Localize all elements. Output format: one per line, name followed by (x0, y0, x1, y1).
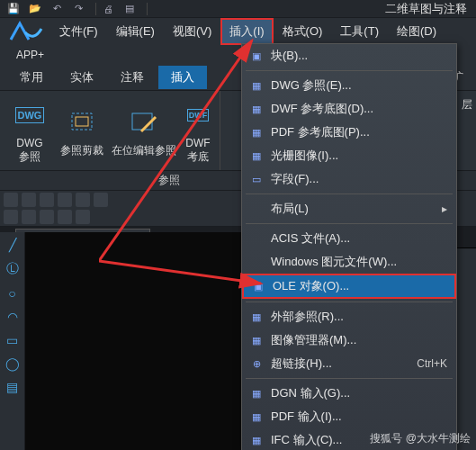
toolbar-icon[interactable] (40, 210, 54, 224)
app-logo-icon (0, 18, 50, 45)
menu-tools[interactable]: 工具(T) (331, 18, 388, 45)
xref-icon: ▦ (247, 309, 265, 325)
submenu-arrow-icon: ▸ (442, 202, 447, 215)
ribbon-btn-dwg-ref-label: DWG (16, 137, 42, 149)
qat-open-icon[interactable]: 📂 (27, 1, 43, 17)
annotation-arrow-icon (99, 36, 279, 297)
qat-save-icon[interactable]: 💾 (5, 1, 22, 17)
hyperlink-icon: ⊕ (247, 356, 265, 372)
ifc-icon: ▦ (247, 432, 265, 448)
img-mgr-icon: ▦ (247, 332, 265, 348)
circle-tool-icon[interactable]: ○ (8, 286, 15, 301)
draw-tool-sidebar: ╱ Ⓛ ○ ◠ ▭ ◯ ▤ (0, 232, 25, 450)
toolbar-icon[interactable] (58, 193, 72, 207)
polyline-tool-icon[interactable]: Ⓛ (6, 261, 19, 277)
quick-access-toolbar: 💾 📂 ↶ ↷ 🖨 ▤ 二维草图与注释 (0, 0, 476, 18)
menu-item-pdf-import[interactable]: ▦PDF 输入(I)... (242, 405, 456, 428)
toolbar-icon[interactable] (22, 193, 36, 207)
qat-print-icon[interactable]: 🖨 (100, 1, 116, 17)
arc-tool-icon[interactable]: ◠ (7, 310, 18, 324)
qat-brush-icon[interactable]: ▤ (121, 1, 138, 17)
workspace-select[interactable]: 二维草图与注释 (376, 1, 476, 17)
line-tool-icon[interactable]: ╱ (9, 238, 16, 252)
toolbar-icon[interactable] (76, 193, 90, 207)
ellipse-tool-icon[interactable]: ◯ (5, 356, 20, 371)
right-edge-labels: 层 (458, 88, 476, 223)
watermark-text: 搜狐号 @大水牛测绘 (370, 431, 471, 446)
hatch-tool-icon[interactable]: ▤ (6, 380, 18, 394)
pdf-import-icon: ▦ (247, 409, 265, 425)
toolbar-icon[interactable] (4, 193, 18, 207)
menu-item-dgn[interactable]: ▦DGN 输入(G)... (242, 382, 456, 405)
toolbar-icon[interactable] (40, 193, 54, 207)
svg-line-4 (99, 40, 252, 261)
menu-item-hyperlink[interactable]: ⊕超链接(H)...Ctrl+K (242, 352, 456, 375)
qat-redo-icon[interactable]: ↷ (70, 1, 86, 17)
svg-rect-1 (76, 117, 88, 126)
menu-item-img-mgr[interactable]: ▦图像管理器(M)... (242, 328, 456, 352)
ref-clip-icon (64, 104, 100, 140)
ribbon-btn-ref-clip-label: 参照剪裁 (60, 143, 103, 158)
toolbar-icon[interactable] (58, 210, 72, 224)
ribbon-btn-dwg-ref[interactable]: DWG DWG 参照 (4, 94, 56, 166)
toolbar-icon[interactable] (22, 210, 36, 224)
qat-undo-icon[interactable]: ↶ (49, 1, 65, 17)
toolbar-icon[interactable] (76, 210, 90, 224)
svg-line-5 (99, 261, 261, 284)
rect-tool-icon[interactable]: ▭ (6, 333, 18, 347)
menu-item-xref[interactable]: ▦外部参照(R)... (242, 305, 456, 328)
ribbon-tab-common[interactable]: 常用 (7, 66, 56, 89)
dwg-ref-icon: DWG (12, 97, 48, 133)
toolbar-icon[interactable] (4, 210, 18, 224)
menu-format[interactable]: 格式(O) (274, 18, 332, 45)
shortcut-label: Ctrl+K (417, 357, 447, 370)
menu-draw[interactable]: 绘图(D) (388, 18, 445, 45)
dgn-icon: ▦ (247, 385, 265, 401)
